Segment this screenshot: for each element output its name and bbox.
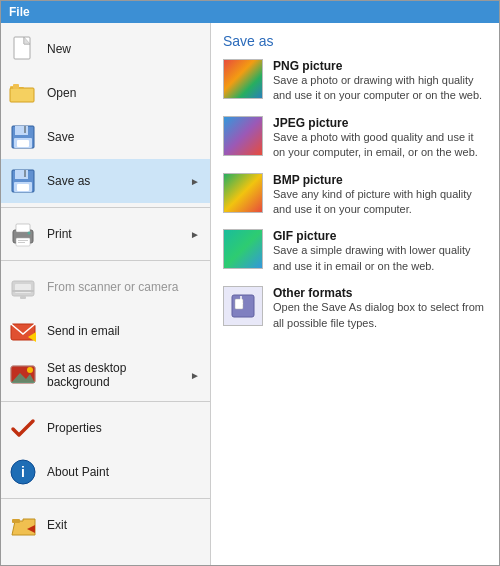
svg-rect-13 [24,170,26,177]
svg-point-21 [28,232,31,235]
svg-rect-12 [15,170,28,179]
divider-2 [1,260,210,261]
gif-desc: Save a simple drawing with lower quality… [273,243,487,274]
menu-item-about[interactable]: i About Paint [1,450,210,494]
scanner-icon [7,271,39,303]
properties-label: Properties [47,421,200,435]
svg-rect-19 [18,240,28,241]
new-label: New [47,42,200,56]
format-item-bmp[interactable]: BMP picture Save any kind of picture wit… [223,173,487,218]
jpeg-thumb [223,116,263,156]
bmp-name: BMP picture [273,173,487,187]
other-text: Other formats Open the Save As dialog bo… [273,286,487,331]
svg-rect-7 [15,126,28,135]
saveas-label: Save as [47,174,190,188]
gif-thumb [223,229,263,269]
other-desc: Open the Save As dialog box to select fr… [273,300,487,331]
open-icon [7,77,39,109]
svg-rect-8 [24,126,26,133]
menu-item-save[interactable]: Save [1,115,210,159]
email-icon [7,315,39,347]
gif-name: GIF picture [273,229,487,243]
svg-rect-25 [20,296,26,299]
menu-item-print[interactable]: Print ► [1,212,210,256]
menu-item-exit[interactable]: Exit [1,503,210,547]
scanner-label: From scanner or camera [47,280,200,294]
png-text: PNG picture Save a photo or drawing with… [273,59,487,104]
menu-item-saveas[interactable]: Save as ► [1,159,210,203]
svg-rect-5 [13,84,19,89]
svg-rect-20 [18,242,25,243]
jpeg-name: JPEG picture [273,116,487,130]
divider-3 [1,401,210,402]
png-name: PNG picture [273,59,487,73]
exit-icon [7,509,39,541]
svg-rect-17 [16,224,30,232]
gif-text: GIF picture Save a simple drawing with l… [273,229,487,274]
open-label: Open [47,86,200,100]
about-icon: i [7,456,39,488]
svg-rect-0 [14,37,30,59]
jpeg-text: JPEG picture Save a photo with good qual… [273,116,487,161]
menu-item-new[interactable]: New [1,27,210,71]
desktop-label: Set as desktop background [47,361,190,389]
png-thumb [223,59,263,99]
left-panel: New Open [1,23,211,565]
saveas-icon [7,165,39,197]
png-desc: Save a photo or drawing with high qualit… [273,73,487,104]
svg-rect-15 [17,184,29,191]
save-icon [7,121,39,153]
title-bar: File [1,1,499,23]
svg-rect-35 [12,519,20,523]
content-area: New Open [1,23,499,565]
menu-item-scanner: From scanner or camera [1,265,210,309]
panel-title: Save as [223,33,487,49]
bmp-thumb [223,173,263,213]
desktop-arrow: ► [190,370,200,381]
new-icon [7,33,39,65]
svg-rect-4 [10,88,34,102]
print-label: Print [47,227,190,241]
saveas-arrow: ► [190,176,200,187]
menu-item-desktop[interactable]: Set as desktop background ► [1,353,210,397]
divider-4 [1,498,210,499]
properties-icon [7,412,39,444]
jpeg-desc: Save a photo with good quality and use i… [273,130,487,161]
menu-item-open[interactable]: Open [1,71,210,115]
format-item-png[interactable]: PNG picture Save a photo or drawing with… [223,59,487,104]
email-label: Send in email [47,324,200,338]
print-arrow: ► [190,229,200,240]
title-label: File [9,5,30,19]
bmp-text: BMP picture Save any kind of picture wit… [273,173,487,218]
svg-text:i: i [21,464,25,480]
other-name: Other formats [273,286,487,300]
format-item-jpeg[interactable]: JPEG picture Save a photo with good qual… [223,116,487,161]
format-item-other[interactable]: Other formats Open the Save As dialog bo… [223,286,487,331]
format-item-gif[interactable]: GIF picture Save a simple drawing with l… [223,229,487,274]
main-window: File New [0,0,500,566]
about-label: About Paint [47,465,200,479]
desktop-icon [7,359,39,391]
svg-point-31 [27,367,33,373]
bmp-desc: Save any kind of picture with high quali… [273,187,487,218]
divider-1 [1,207,210,208]
menu-item-properties[interactable]: Properties [1,406,210,450]
other-thumb [223,286,263,326]
menu-item-email[interactable]: Send in email [1,309,210,353]
save-label: Save [47,130,200,144]
print-icon [7,218,39,250]
svg-rect-10 [17,140,29,147]
svg-rect-24 [12,290,34,292]
exit-label: Exit [47,518,200,532]
right-panel: Save as PNG picture Save a photo or draw… [211,23,499,565]
